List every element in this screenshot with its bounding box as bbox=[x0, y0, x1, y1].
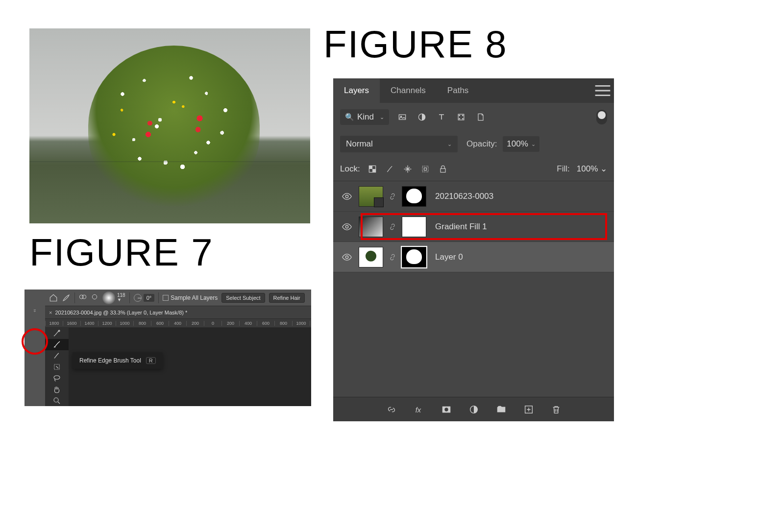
brush-angle-control[interactable]: 0° bbox=[134, 294, 155, 302]
visibility-toggle[interactable] bbox=[340, 250, 354, 264]
sample-all-layers-checkbox[interactable]: Sample All Layers bbox=[163, 294, 218, 301]
link-mask-icon[interactable] bbox=[388, 221, 397, 232]
lock-label: Lock: bbox=[340, 164, 360, 174]
canvas-preview bbox=[29, 28, 310, 223]
layers-panel: Layers Channels Paths 🔍 Kind ⌄ Normal ⌄ … bbox=[333, 78, 614, 421]
close-tab-icon[interactable]: × bbox=[49, 310, 52, 315]
link-mask-icon[interactable] bbox=[388, 252, 397, 263]
lock-image-icon[interactable] bbox=[385, 164, 395, 174]
group-icon[interactable] bbox=[495, 403, 508, 416]
filter-type-icon[interactable] bbox=[435, 112, 448, 122]
layers-list: 20210623-0003 Gradient Fill 1 Layer 0 bbox=[333, 181, 614, 397]
svg-point-5 bbox=[54, 376, 60, 380]
svg-point-1 bbox=[82, 295, 86, 299]
panel-menu-icon[interactable] bbox=[591, 78, 614, 103]
fill-input[interactable]: 100% ⌄ bbox=[577, 164, 607, 174]
visibility-toggle[interactable] bbox=[340, 190, 354, 203]
link-layers-icon[interactable] bbox=[385, 403, 398, 416]
tab-paths[interactable]: Paths bbox=[437, 78, 479, 103]
svg-point-25 bbox=[444, 408, 448, 411]
layer-filter-bar: 🔍 Kind ⌄ bbox=[333, 103, 614, 131]
select-and-mask-toolbar bbox=[45, 328, 69, 406]
chevron-down-icon: ⌄ bbox=[531, 141, 536, 147]
layer-name[interactable]: Layer 0 bbox=[435, 252, 463, 262]
layer-thumbnail[interactable] bbox=[359, 247, 383, 267]
add-subtract-icon[interactable] bbox=[79, 293, 87, 302]
link-mask-icon[interactable] bbox=[388, 191, 397, 202]
layer-mask-thumbnail[interactable] bbox=[402, 217, 426, 237]
refine-edge-brush-tool[interactable] bbox=[45, 339, 69, 350]
select-subject-button[interactable]: Select Subject bbox=[221, 293, 265, 303]
tab-channels[interactable]: Channels bbox=[380, 78, 437, 103]
zoom-tool[interactable] bbox=[45, 395, 69, 406]
svg-point-11 bbox=[459, 115, 460, 116]
tooltip-shortcut-key: R bbox=[146, 357, 156, 364]
svg-point-20 bbox=[345, 195, 348, 198]
layer-row[interactable]: Layer 0 bbox=[333, 242, 614, 272]
blend-mode-dropdown[interactable]: Normal ⌄ bbox=[340, 136, 458, 152]
layer-thumbnail[interactable] bbox=[359, 186, 383, 207]
horizontal-ruler: 1800 1600 1400 1200 1000 800 600 400 200… bbox=[45, 319, 311, 328]
brush-size-picker[interactable]: 118 ▼ bbox=[102, 291, 125, 304]
expand-handle[interactable]: ›› bbox=[24, 290, 45, 406]
ruler-tick: 0 bbox=[204, 321, 221, 326]
visibility-toggle[interactable] bbox=[340, 220, 354, 234]
add-mask-icon[interactable] bbox=[440, 403, 453, 416]
lock-all-icon[interactable] bbox=[438, 164, 448, 174]
filter-smartobject-icon[interactable] bbox=[474, 112, 487, 122]
ruler-tick: 200 bbox=[186, 321, 204, 326]
opacity-input[interactable]: 100% ⌄ bbox=[503, 136, 539, 152]
ruler-tick: 1800 bbox=[45, 321, 63, 326]
composited-subject bbox=[88, 46, 260, 207]
select-and-mask-workspace: 118 ▼ 0° Sample All Layers Select Subjec… bbox=[24, 290, 311, 406]
ruler-tick: 1600 bbox=[63, 321, 80, 326]
subtract-icon[interactable] bbox=[91, 293, 98, 302]
layer-mask-thumbnail[interactable] bbox=[402, 186, 426, 207]
filter-shape-icon[interactable] bbox=[455, 112, 467, 122]
adjustment-layer-icon[interactable] bbox=[467, 403, 480, 416]
lasso-tool[interactable] bbox=[45, 372, 69, 384]
quick-selection-tool[interactable] bbox=[45, 328, 69, 339]
tab-layers[interactable]: Layers bbox=[333, 78, 380, 103]
filter-kind-label: Kind bbox=[357, 112, 374, 122]
layer-row[interactable]: 20210623-0003 bbox=[333, 181, 614, 212]
svg-rect-16 bbox=[372, 169, 376, 172]
filter-toggle[interactable] bbox=[596, 110, 607, 124]
separator bbox=[158, 292, 159, 303]
lock-artboard-icon[interactable] bbox=[420, 164, 431, 174]
angle-dial-icon bbox=[134, 294, 142, 302]
brush-tool[interactable] bbox=[45, 350, 69, 362]
figure-7-label: FIGURE 7 bbox=[29, 230, 214, 275]
refine-hair-button[interactable]: Refine Hair bbox=[269, 293, 305, 303]
brush-preset-icon[interactable] bbox=[62, 293, 71, 302]
home-icon[interactable] bbox=[49, 293, 58, 302]
layer-row[interactable]: Gradient Fill 1 bbox=[333, 212, 614, 242]
layer-mask-thumbnail[interactable] bbox=[402, 247, 426, 267]
tooltip-label: Refine Edge Brush Tool bbox=[79, 357, 141, 364]
layer-name[interactable]: Gradient Fill 1 bbox=[435, 222, 487, 232]
lock-transparency-icon[interactable] bbox=[367, 164, 378, 174]
delete-layer-icon[interactable] bbox=[550, 403, 563, 416]
svg-rect-19 bbox=[441, 169, 445, 172]
ruler-tick: 800 bbox=[133, 321, 151, 326]
layer-name[interactable]: 20210623-0003 bbox=[435, 192, 493, 201]
lock-position-icon[interactable] bbox=[402, 164, 413, 174]
blend-mode-value: Normal bbox=[346, 139, 373, 149]
svg-point-6 bbox=[54, 398, 58, 402]
filter-pixel-icon[interactable] bbox=[396, 112, 409, 122]
document-tab[interactable]: × 20210623-0004.jpg @ 33.3% (Layer 0, La… bbox=[45, 306, 311, 319]
ruler-tick: 1000 bbox=[116, 321, 133, 326]
object-selection-tool[interactable] bbox=[45, 362, 69, 373]
new-layer-icon[interactable] bbox=[522, 403, 535, 416]
filter-adjustment-icon[interactable] bbox=[416, 112, 428, 122]
ruler-tick: 1000 bbox=[292, 321, 310, 326]
layer-thumbnail[interactable] bbox=[359, 217, 383, 237]
layer-effects-icon[interactable]: fx bbox=[413, 403, 425, 416]
filter-kind-dropdown[interactable]: 🔍 Kind ⌄ bbox=[340, 109, 389, 125]
ruler-tick: 1200 bbox=[310, 321, 311, 326]
hand-tool[interactable] bbox=[45, 384, 69, 395]
ruler-tick: 400 bbox=[239, 321, 257, 326]
svg-point-2 bbox=[92, 294, 97, 299]
svg-point-14 bbox=[463, 119, 464, 120]
separator bbox=[74, 292, 75, 303]
